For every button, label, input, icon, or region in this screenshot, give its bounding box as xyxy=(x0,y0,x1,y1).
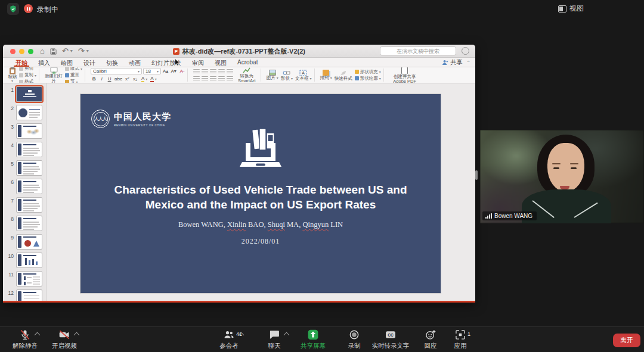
toolbar-start-video-button[interactable]: 开启视频 xyxy=(45,330,83,350)
align-left-icon[interactable] xyxy=(193,76,200,82)
slide-thumbnail-panel[interactable]: 123456789101112 xyxy=(3,83,47,301)
ribbon-tab-切换[interactable]: 切换 xyxy=(101,58,123,67)
slide-thumbnail-preview[interactable] xyxy=(16,160,42,176)
ribbon-tab-设计[interactable]: 设计 xyxy=(78,58,101,67)
chevron-up-icon[interactable] xyxy=(35,332,41,338)
slide-thumbnail-12[interactable]: 12 xyxy=(7,289,46,301)
toolbar-record-button[interactable]: 录制 xyxy=(341,330,367,350)
columns-icon[interactable] xyxy=(227,76,233,82)
ribbon-tab-动画[interactable]: 动画 xyxy=(123,58,146,67)
chevron-up-icon[interactable] xyxy=(74,332,80,338)
new-slide-button[interactable]: 新建幻灯片 xyxy=(45,67,63,83)
participant-video[interactable]: Bowen WANG xyxy=(480,130,644,223)
slide-thumbnail-6[interactable]: 6 xyxy=(7,179,46,194)
undo-dropdown-icon[interactable]: ▾ xyxy=(70,46,73,57)
slide-thumbnail-preview[interactable] xyxy=(16,142,42,157)
ribbon-tab-幻灯片放映[interactable]: 幻灯片放映 xyxy=(146,58,187,67)
toolbar-reactions-button[interactable]: 回应 xyxy=(417,330,444,350)
presentation-search-input[interactable] xyxy=(380,46,456,55)
smartart-button[interactable]: 转换为SmartArt xyxy=(236,67,258,83)
ribbon-tab-开始[interactable]: 开始 xyxy=(10,58,33,67)
slide-thumbnail-5[interactable]: 5 xyxy=(7,160,46,176)
arrange-button[interactable]: 排列 ▾ xyxy=(320,70,332,80)
toolbar-chat-button[interactable]: 聊天 xyxy=(261,330,287,350)
line-spacing-icon[interactable] xyxy=(227,69,233,74)
decrease-indent-icon[interactable] xyxy=(210,69,216,74)
shape-outline-button[interactable]: 形状轮廓▾ xyxy=(355,76,381,82)
slide-thumbnail-4[interactable]: 4 xyxy=(7,142,46,157)
format-button-x²[interactable]: x² xyxy=(124,76,131,82)
textbox-button[interactable]: A 文本框 ▾ xyxy=(295,70,312,81)
ribbon-tab-Acrobat[interactable]: Acrobat xyxy=(232,58,263,67)
font-name-select[interactable]: Calibri▾ xyxy=(91,68,142,74)
slide-thumbnail-preview[interactable] xyxy=(16,216,42,231)
toolbar-unmute-button[interactable]: 解除静音 xyxy=(6,330,44,350)
quick-styles-button[interactable]: 快速样式 xyxy=(335,70,352,81)
ribbon-tab-审阅[interactable]: 审阅 xyxy=(187,58,209,67)
security-shield-icon[interactable] xyxy=(7,3,19,15)
toolbar-share-screen-button[interactable]: 共享屏幕 xyxy=(295,330,332,350)
slide-thumbnail-10[interactable]: 10 xyxy=(7,253,46,268)
copy-button[interactable]: 复制▾ xyxy=(19,72,36,78)
leave-button[interactable]: 离开 xyxy=(613,334,640,347)
section-button[interactable]: 节▾ xyxy=(65,79,82,83)
close-window-button[interactable] xyxy=(10,49,16,54)
current-slide[interactable]: 人人人 中国人民大学 RENMIN UNIVERSITY OF CHINA xyxy=(80,94,441,293)
format-button-U[interactable]: U xyxy=(106,76,113,82)
font-size-select[interactable]: 18▾ xyxy=(143,68,161,74)
slide-thumbnail-preview[interactable] xyxy=(16,86,42,102)
slide-thumbnail-11[interactable]: 11 xyxy=(7,271,46,286)
numbered-list-icon[interactable] xyxy=(202,69,208,74)
format-button-B[interactable]: B xyxy=(91,76,97,82)
align-right-icon[interactable] xyxy=(210,76,216,82)
search-circle-icon[interactable] xyxy=(462,47,469,55)
highlight-color-button[interactable]: A xyxy=(141,76,144,82)
justify-icon[interactable] xyxy=(218,76,225,82)
slide-thumbnail-preview[interactable] xyxy=(16,289,42,301)
ribbon-tab-插入[interactable]: 插入 xyxy=(33,58,55,67)
toolbar-live-transcription-button[interactable]: CC实时转录文字 xyxy=(367,330,414,350)
share-document-button[interactable]: 共享 xyxy=(442,58,462,67)
quick-access-dropdown-icon[interactable]: ▾ xyxy=(86,46,89,57)
clear-formatting-icon[interactable]: A̶ xyxy=(178,68,185,74)
slide-thumbnail-preview[interactable] xyxy=(16,271,42,286)
slide-thumbnail-8[interactable]: 8 xyxy=(7,216,46,231)
slide-thumbnail-preview[interactable] xyxy=(16,105,42,120)
collapse-ribbon-icon[interactable]: ⌃ xyxy=(466,60,470,66)
format-button-x₂[interactable]: x₂ xyxy=(132,76,138,82)
slide-thumbnail-3[interactable]: 3 xyxy=(7,123,46,139)
highlight-color-button-dropdown[interactable]: ▾ xyxy=(145,77,147,81)
format-button-I[interactable]: I xyxy=(98,76,105,82)
increase-indent-icon[interactable] xyxy=(218,69,225,74)
picture-button[interactable]: 图片 ▾ xyxy=(267,70,278,80)
font-color-button[interactable]: A xyxy=(150,76,153,82)
slide-thumbnail-preview[interactable] xyxy=(16,179,42,194)
slide-thumbnail-preview[interactable] xyxy=(16,253,42,268)
slide-thumbnail-9[interactable]: 9 xyxy=(7,234,46,250)
align-center-icon[interactable] xyxy=(202,76,208,82)
save-icon[interactable] xyxy=(50,48,57,55)
reset-button[interactable]: 重置 xyxy=(65,72,82,78)
create-pdf-button[interactable]: 创建并共享 Adobe PDF xyxy=(389,67,420,83)
font-color-button-dropdown[interactable]: ▾ xyxy=(155,77,157,81)
layout-button[interactable]: 版式▾ xyxy=(65,67,82,71)
grow-font-button[interactable]: A▴ xyxy=(162,68,169,74)
recording-indicator-icon[interactable] xyxy=(24,4,33,13)
panel-resize-handle[interactable] xyxy=(475,170,478,180)
bullet-list-icon[interactable] xyxy=(193,69,200,74)
toolbar-participants-button[interactable]: 41参会者 xyxy=(210,330,248,350)
toolbar-apps-button[interactable]: 1应用 xyxy=(447,330,473,350)
ribbon-tab-绘图[interactable]: 绘图 xyxy=(55,58,78,67)
shrink-font-button[interactable]: A▾ xyxy=(170,68,177,74)
home-icon[interactable]: ⌂ xyxy=(40,46,45,57)
slide-thumbnail-2[interactable]: 2 xyxy=(7,105,46,120)
redo-icon[interactable]: ↷ xyxy=(78,46,85,57)
paste-button[interactable]: 粘贴▾ xyxy=(8,67,17,83)
slide-thumbnail-7[interactable]: 7 xyxy=(7,197,46,213)
shapes-button[interactable]: 形状 ▾ xyxy=(281,70,293,81)
minimize-window-button[interactable] xyxy=(19,49,24,54)
ribbon-tab-视图[interactable]: 视图 xyxy=(209,58,232,67)
view-button[interactable]: 视图 xyxy=(558,4,584,14)
chevron-up-icon[interactable] xyxy=(284,332,290,338)
slide-thumbnail-preview[interactable] xyxy=(16,197,42,213)
